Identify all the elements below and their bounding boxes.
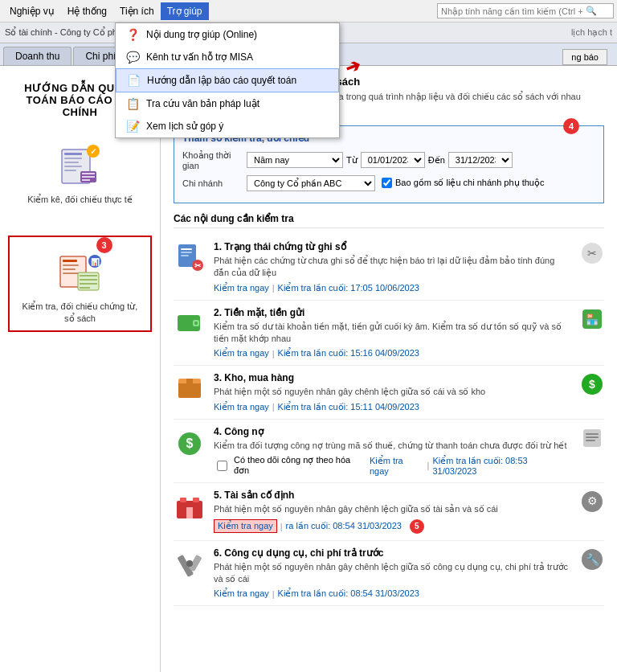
- search-input[interactable]: [441, 6, 586, 16]
- param-select-thoigian[interactable]: Năm nay: [247, 152, 343, 168]
- dropdown-item-kenh[interactable]: 💬 Kênh tư vấn hỗ trợ MISA: [116, 46, 339, 68]
- param-label-chinhanh: Chi nhánh: [182, 178, 247, 188]
- check-item-title-6: 6. Công cụ dụng cụ, chi phí trả trước: [214, 547, 572, 559]
- left-panel-kiemtra[interactable]: 3 📊 Kiểm tra, đối chiếu chứng: [8, 236, 152, 332]
- check-link-now-1[interactable]: Kiểm tra ngay: [214, 283, 269, 293]
- svg-rect-1: [64, 153, 82, 155]
- right-icon-3[interactable]: $: [580, 372, 604, 396]
- right-icon-1[interactable]: ✂: [580, 241, 604, 265]
- dropdown-item-lichsu[interactable]: 📝 Xem lịch sử góp ý: [116, 115, 339, 137]
- param-label-thoigian: Khoảng thời gian: [182, 150, 247, 170]
- tab-doanhthu[interactable]: Doanh thu: [3, 47, 72, 65]
- svg-rect-49: [180, 498, 186, 502]
- left-panel: HƯỚNG DẪN QUYẾT TOÁN BÁO CÁO TÀI CHÍNH: [0, 66, 161, 672]
- check-item-title-3: 3. Kho, mua hàng: [214, 372, 572, 383]
- check-item-content-5: 5. Tài sản cố định Phát hiện một số nguy…: [214, 490, 572, 533]
- badge-5: 5: [410, 519, 424, 534]
- check-link-now-4[interactable]: Kiểm tra ngay: [370, 456, 424, 476]
- check-item-content-2: 2. Tiền mặt, tiền gửi Kiểm tra số dư tài…: [214, 307, 572, 359]
- divider-1: |: [272, 283, 275, 293]
- check-item-3: 3. Kho, mua hàng Phát hiện một số nguyên…: [174, 366, 604, 419]
- svg-rect-25: [181, 248, 192, 250]
- check-item-right-5: ⚙: [580, 490, 604, 514]
- badge-3: 3: [96, 237, 112, 253]
- divider-4: |: [427, 461, 430, 470]
- right-icon-5[interactable]: ⚙: [580, 490, 604, 514]
- check-item-desc-6: Phát hiện một số nguyên nhân gây chênh l…: [214, 561, 572, 586]
- law-icon: 📋: [125, 96, 140, 111]
- check-link-last-4: Kiểm tra lần cuối: 08:53 31/03/2023: [432, 456, 572, 476]
- check-link-last-2: Kiểm tra lần cuối: 15:16 04/09/2023: [278, 348, 419, 359]
- check-link-last-1: Kiểm tra lần cuối: 17:05 10/06/2023: [278, 283, 419, 293]
- help-icon: ❓: [125, 27, 140, 42]
- param-date-den[interactable]: 31/12/2023: [448, 152, 513, 168]
- param-date-tu[interactable]: 01/01/2023: [361, 152, 425, 168]
- menu-tienich[interactable]: Tiện ích: [113, 2, 161, 20]
- svg-text:⚙: ⚙: [587, 494, 598, 507]
- menu-bar: Nghiệp vụ Hệ thống Tiện ích Trợ giúp 🔍: [0, 0, 617, 23]
- param-select-chinhanh[interactable]: Công ty Cổ phần ABC: [247, 175, 375, 191]
- menu-trogiup[interactable]: Trợ giúp: [161, 2, 209, 20]
- check-item-actions-5: Kiểm tra ngay | ra lần cuối: 08:54 31/03…: [214, 519, 572, 534]
- tu-label: Từ: [346, 155, 358, 166]
- right-icon-2[interactable]: 🏪: [580, 307, 604, 331]
- right-icon-6[interactable]: 🔧: [580, 547, 604, 572]
- check-item-content-6: 6. Công cụ dụng cụ, chi phí trả trước Ph…: [214, 547, 572, 600]
- checkbox-item-label-4: Có theo dõi công nợ theo hóa đơn: [234, 455, 366, 476]
- check-item-title-1: 1. Trạng thái chứng từ ghi sổ: [214, 241, 572, 252]
- checklist-title: Các nội dung cần kiểm tra: [174, 213, 604, 228]
- check-item-right-3: $: [580, 372, 604, 396]
- check-link-now-2[interactable]: Kiểm tra ngay: [214, 348, 269, 359]
- svg-text:✂: ✂: [587, 247, 597, 260]
- check-link-now-3[interactable]: Kiểm tra ngay: [214, 402, 269, 412]
- den-label: Đến: [428, 155, 445, 166]
- svg-text:$: $: [186, 436, 194, 450]
- divider-5: |: [280, 522, 283, 531]
- dropdown-item-tracuu[interactable]: 📋 Tra cứu văn bản pháp luật: [116, 92, 339, 115]
- checkbox-phuhuoc-label: Bao gồm số liệu chi nhánh phụ thuộc: [395, 178, 544, 188]
- dropdown-item-huongdan[interactable]: 📄 Hướng dẫn lập báo cáo quyết toán: [116, 68, 339, 92]
- trogiup-dropdown: ❓ Nội dung trợ giúp (Online) 💬 Kênh tư v…: [115, 23, 340, 138]
- menu-nghiepvu[interactable]: Nghiệp vụ: [3, 2, 61, 20]
- svg-text:🔧: 🔧: [586, 553, 600, 567]
- check-item-icon-6: [174, 547, 206, 580]
- check-item-actions-3: Kiểm tra ngay | Kiểm tra lần cuối: 15:11…: [214, 402, 572, 412]
- dropdown-item-noidung[interactable]: ❓ Nội dung trợ giúp (Online): [116, 23, 339, 46]
- left-panel-kiemke[interactable]: ✓ Kiểm kê, đối chiếu thực tế: [21, 134, 138, 211]
- check-item-desc-1: Phát hiện các chứng từ chưa ghi sổ để th…: [214, 255, 572, 280]
- dropdown-label-tracuu: Tra cứu văn bản pháp luật: [146, 98, 259, 109]
- check-item-content-1: 1. Trạng thái chứng từ ghi sổ Phát hiện …: [214, 241, 572, 293]
- channel-icon: 💬: [125, 50, 140, 64]
- menu-hethong[interactable]: Hệ thống: [61, 2, 113, 20]
- tab-baocao[interactable]: ng báo: [562, 49, 607, 65]
- toolbar-right: lịch hạch t: [571, 27, 612, 38]
- checklist: ✂ 1. Trạng thái chứng từ ghi sổ Phát hiệ…: [174, 235, 604, 607]
- right-icon-4[interactable]: [580, 426, 604, 450]
- kiemke-icon: ✓: [58, 143, 102, 187]
- main-content: HƯỚNG DẪN QUYẾT TOÁN BÁO CÁO TÀI CHÍNH: [0, 66, 617, 672]
- divider-6: |: [272, 589, 275, 599]
- svg-text:📊: 📊: [91, 257, 100, 267]
- checkbox-phuhuoc[interactable]: Bao gồm số liệu chi nhánh phụ thuộc: [382, 178, 544, 188]
- search-icon: 🔍: [586, 6, 597, 16]
- check-item-right-2: 🏪: [580, 307, 604, 331]
- check-item-content-4: 4. Công nợ Kiểm tra đối tượng công nợ tr…: [214, 426, 572, 476]
- check-link-now-6[interactable]: Kiểm tra ngay: [214, 588, 269, 599]
- svg-rect-5: [64, 170, 76, 171]
- svg-point-56: [186, 560, 193, 567]
- svg-text:$: $: [589, 378, 595, 391]
- svg-rect-46: [586, 436, 599, 438]
- check-item-desc-5: Phát hiện một số nguyên nhân gây chênh l…: [214, 503, 572, 515]
- checkbox-item-4[interactable]: [217, 461, 227, 471]
- svg-rect-37: [178, 382, 201, 398]
- check-item-actions-6: Kiểm tra ngay | Kiểm tra lần cuối: 08:54…: [214, 588, 572, 599]
- svg-rect-26: [181, 252, 192, 253]
- check-link-now-5[interactable]: Kiểm tra ngay: [214, 519, 277, 533]
- check-link-last-3: Kiểm tra lần cuối: 15:11 04/09/2023: [278, 402, 419, 412]
- check-item-icon-2: [174, 307, 206, 339]
- svg-text:✓: ✓: [90, 147, 96, 156]
- check-item-5: 5. Tài sản cố định Phát hiện một số nguy…: [174, 483, 604, 540]
- checkbox-phuhuoc-input[interactable]: [382, 178, 392, 188]
- svg-point-34: [194, 322, 198, 325]
- check-item-icon-3: [174, 372, 206, 404]
